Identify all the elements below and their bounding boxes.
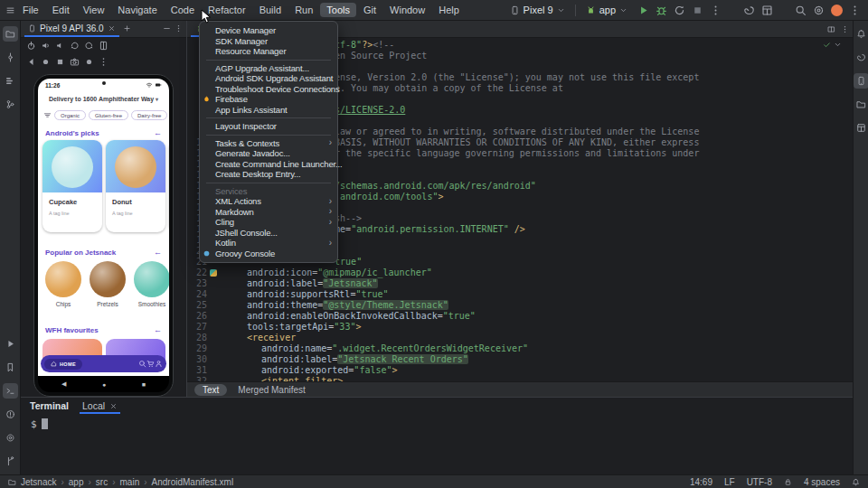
code-line[interactable]: android:icon="@mipmap/ic_launcher" bbox=[218, 267, 853, 278]
menu-item-services[interactable]: Services bbox=[200, 186, 337, 197]
menu-item-jshell-console[interactable]: JShell Console... bbox=[200, 228, 337, 239]
inspections-widget[interactable] bbox=[823, 41, 842, 49]
code-line[interactable]: android:label="Jetsnack" bbox=[218, 278, 853, 289]
device-selector[interactable]: Pixel 9 bbox=[506, 4, 569, 16]
code-line[interactable]: tools:targetApi="33"> bbox=[218, 322, 853, 333]
code-line[interactable]: <intent-filter> bbox=[218, 376, 853, 381]
menu-item-android-sdk-upgrade-assistant[interactable]: Android SDK Upgrade Assistant bbox=[200, 73, 337, 84]
arrow-icon[interactable]: ← bbox=[154, 248, 162, 257]
screen-record-icon[interactable] bbox=[84, 57, 94, 67]
menubar-item-view[interactable]: View bbox=[77, 3, 111, 17]
filter-chip-gluten-free[interactable]: Gluten-free bbox=[89, 110, 128, 120]
notifications-icon[interactable] bbox=[852, 478, 860, 486]
popular-item-chips[interactable]: Chips bbox=[45, 261, 81, 307]
menu-item-resource-manager[interactable]: Resource Manager bbox=[200, 46, 337, 57]
menu-item-troubleshoot-device-connections[interactable]: Troubleshoot Device Connections bbox=[200, 84, 337, 95]
back-icon[interactable] bbox=[26, 57, 36, 67]
running-devices-tab[interactable]: Pixel 9 API 36.0 bbox=[24, 21, 119, 37]
sync-project-icon[interactable] bbox=[743, 5, 755, 16]
menu-item-app-links-assistant[interactable]: App Links Assistant bbox=[200, 105, 337, 116]
breadcrumb-androidmanifest-xml[interactable]: AndroidManifest.xml bbox=[152, 477, 234, 487]
tool-strip-run[interactable] bbox=[3, 336, 18, 352]
menu-item-xml-actions[interactable]: XML Actions› bbox=[200, 196, 337, 207]
tool-strip-device-explorer[interactable] bbox=[854, 97, 868, 112]
code-line[interactable]: android:theme="@style/Theme.Jetsnack" bbox=[218, 300, 853, 311]
arrow-icon[interactable]: ← bbox=[154, 128, 162, 137]
terminal-output[interactable]: $ bbox=[21, 414, 853, 436]
menu-item-create-desktop-entry[interactable]: Create Desktop Entry... bbox=[200, 169, 337, 180]
nav-profile-icon[interactable] bbox=[155, 360, 163, 368]
menu-item-generate-javadoc[interactable]: Generate Javadoc... bbox=[200, 148, 337, 159]
tool-strip-emulator[interactable] bbox=[854, 120, 868, 136]
filter-icon[interactable] bbox=[43, 111, 52, 119]
readonly-lock-icon[interactable] bbox=[784, 478, 792, 486]
breadcrumb-app[interactable]: app bbox=[69, 477, 84, 487]
layout-inspector-icon[interactable] bbox=[761, 5, 773, 16]
tool-strip-services[interactable] bbox=[3, 430, 18, 446]
tool-strip-gradle[interactable] bbox=[854, 50, 868, 65]
profile-avatar[interactable] bbox=[831, 5, 843, 16]
fold-device-icon[interactable] bbox=[99, 41, 108, 51]
stop-button[interactable] bbox=[692, 5, 703, 16]
tab-text[interactable]: Text bbox=[194, 384, 227, 396]
code-line[interactable]: android:label="Jetsnack Recent Orders" bbox=[218, 354, 853, 365]
menubar-item-code[interactable]: Code bbox=[165, 3, 201, 17]
debug-button[interactable] bbox=[656, 5, 667, 16]
overview-icon[interactable] bbox=[55, 57, 65, 67]
breadcrumb-jetsnack[interactable]: Jetsnack bbox=[21, 477, 56, 487]
tab-merged-manifest[interactable]: Merged Manifest bbox=[230, 384, 313, 396]
system-recents-button[interactable]: ■ bbox=[142, 381, 146, 388]
editor-options-icon[interactable] bbox=[841, 25, 849, 33]
menu-item-groovy-console[interactable]: Groovy Console bbox=[200, 249, 337, 259]
rotate-right-icon[interactable] bbox=[84, 41, 94, 51]
search-icon[interactable] bbox=[795, 5, 807, 16]
menu-item-sdk-manager[interactable]: SDK Manager bbox=[200, 36, 337, 47]
menubar-item-navigate[interactable]: Navigate bbox=[111, 3, 163, 17]
volume-down-icon[interactable] bbox=[55, 41, 65, 51]
nav-cart-icon[interactable] bbox=[146, 360, 155, 368]
run-config-selector[interactable]: app bbox=[582, 4, 631, 16]
system-back-button[interactable]: ◀ bbox=[61, 380, 66, 388]
hide-panel-icon[interactable] bbox=[163, 24, 171, 33]
menu-item-markdown[interactable]: Markdown› bbox=[200, 207, 337, 218]
tool-strip-pull-requests[interactable] bbox=[3, 97, 18, 112]
indent-widget[interactable]: 4 spaces bbox=[804, 477, 840, 487]
volume-up-icon[interactable] bbox=[41, 41, 51, 51]
nav-home-button[interactable]: HOME bbox=[44, 359, 82, 370]
terminal-tab-local[interactable]: Local bbox=[80, 398, 120, 414]
snack-card-donut[interactable]: DonutA tag line bbox=[106, 140, 165, 232]
tool-strip-project[interactable] bbox=[3, 26, 18, 42]
code-line[interactable]: android:name=".widget.RecentOrdersWidget… bbox=[218, 343, 853, 354]
tool-strip-notifications[interactable] bbox=[854, 26, 868, 42]
breadcrumb-main[interactable]: main bbox=[120, 477, 140, 487]
menubar-item-window[interactable]: Window bbox=[383, 3, 431, 17]
filter-chip-organic[interactable]: Organic bbox=[54, 110, 86, 120]
menubar-item-run[interactable]: Run bbox=[288, 3, 319, 17]
main-menu-icon[interactable] bbox=[5, 5, 15, 15]
tool-strip-problems[interactable] bbox=[3, 407, 18, 422]
tool-strip-commit[interactable] bbox=[3, 50, 18, 65]
nav-search-icon[interactable] bbox=[138, 360, 146, 368]
add-device-tab-icon[interactable] bbox=[123, 24, 131, 33]
menubar-item-help[interactable]: Help bbox=[432, 3, 466, 17]
split-editor-icon[interactable] bbox=[827, 25, 835, 33]
code-line[interactable]: android:enableOnBackInvokedCallback="tru… bbox=[218, 311, 853, 322]
menu-item-tasks-contexts[interactable]: Tasks & Contexts› bbox=[200, 138, 337, 149]
run-more-options-icon[interactable] bbox=[710, 5, 722, 16]
menubar-item-build[interactable]: Build bbox=[253, 3, 288, 17]
tool-strip-structure[interactable] bbox=[3, 73, 18, 89]
menubar-item-git[interactable]: Git bbox=[357, 3, 382, 17]
tool-strip-terminal[interactable] bbox=[3, 383, 18, 399]
arrow-icon[interactable]: ← bbox=[154, 325, 162, 334]
filter-chip-dairy-free[interactable]: Dairy-free bbox=[131, 110, 167, 120]
home-icon[interactable] bbox=[41, 57, 51, 67]
emulator-screen[interactable]: 11:26 Delivery to 1600 Amphitheater Way … bbox=[38, 79, 169, 392]
menu-item-create-command-line-launcher[interactable]: Create Command Line Launcher... bbox=[200, 159, 337, 170]
tool-strip-running-devices[interactable] bbox=[854, 73, 868, 89]
snack-card-cupcake[interactable]: CupcakeA tag line bbox=[42, 140, 102, 232]
system-home-button[interactable]: ● bbox=[102, 381, 106, 388]
code-line[interactable]: <receiver bbox=[218, 333, 853, 343]
menu-item-device-manager[interactable]: Device Manager bbox=[200, 25, 337, 36]
code-line[interactable]: android:supportsRtl="true" bbox=[218, 289, 853, 300]
caret-position-widget[interactable]: 14:69 bbox=[690, 477, 712, 487]
